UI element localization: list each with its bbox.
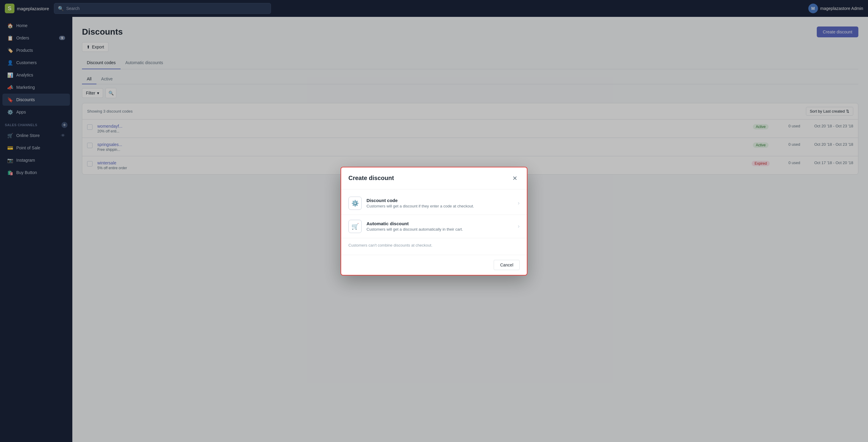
automatic-discount-icon: 🛒 [348,220,362,233]
chevron-right-icon: › [518,223,520,230]
modal-overlay[interactable]: Create discount ✕ ⚙️ Discount code Custo… [0,0,868,442]
chevron-right-icon: › [518,200,520,206]
option-content: Automatic discount Customers will get a … [367,221,513,232]
option-desc: Customers will get a discount if they en… [367,204,513,208]
modal-note: Customers can't combine discounts at che… [341,238,527,252]
automatic-discount-option[interactable]: 🛒 Automatic discount Customers will get … [341,215,527,238]
cancel-button[interactable]: Cancel [494,260,520,270]
option-title: Discount code [367,198,513,203]
modal-header: Create discount ✕ [341,167,527,190]
modal-close-button[interactable]: ✕ [510,173,520,183]
option-content: Discount code Customers will get a disco… [367,198,513,208]
modal-footer: Cancel [341,255,527,275]
discount-code-icon: ⚙️ [348,197,362,210]
option-desc: Customers will get a discount automatica… [367,227,513,232]
modal-body: ⚙️ Discount code Customers will get a di… [341,190,527,255]
create-discount-modal: Create discount ✕ ⚙️ Discount code Custo… [341,167,527,275]
option-title: Automatic discount [367,221,513,226]
modal-title: Create discount [348,175,394,181]
discount-code-option[interactable]: ⚙️ Discount code Customers will get a di… [341,192,527,215]
